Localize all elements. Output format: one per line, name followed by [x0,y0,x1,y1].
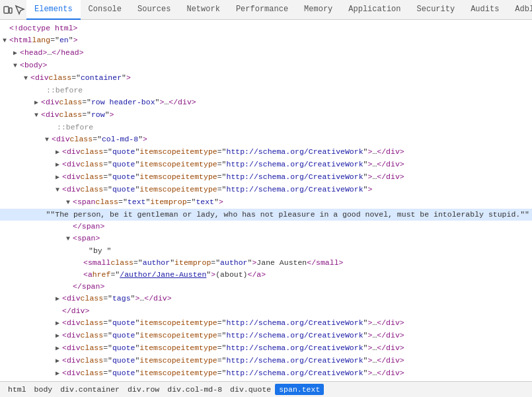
html-line: <div class="quote" itemscope itemtype="h… [0,171,532,184]
html-line-selected: ""The person, be it gentleman or lady, w… [0,209,532,221]
html-line: <div class="quote" itemscope itemtype="h… [0,184,532,196]
html-line: <span class="text" itemprop="text" > [0,196,532,209]
breadcrumb-bar: html body div.container div.row div.col-… [0,381,532,397]
tab-memory[interactable]: Memory [296,0,340,20]
breadcrumb-body[interactable]: body [30,384,57,395]
expand-arrow[interactable] [24,73,30,85]
tab-elements[interactable]: Elements [26,0,81,20]
expand-arrow[interactable] [3,35,9,47]
expand-arrow[interactable] [56,355,62,367]
expand-arrow[interactable] [56,343,62,355]
breadcrumb-quote[interactable]: div.quote [226,384,275,395]
expand-arrow[interactable] [34,110,41,122]
expand-arrow[interactable] [34,97,41,109]
html-line: <div class="quote" itemscope itemtype="h… [0,355,532,367]
tab-network[interactable]: Network [178,0,227,20]
tab-performance[interactable]: Performance [228,0,296,20]
html-line: ::before [0,122,532,133]
tab-application[interactable]: Application [340,0,408,20]
html-line: <div class="quote" itemscope itemtype="h… [0,146,532,159]
expand-arrow[interactable] [56,293,62,305]
html-line: <div class="quote" itemscope itemtype="h… [0,159,532,171]
expand-arrow[interactable] [56,330,62,342]
devtools-tab-bar: Elements Console Sources Network Perform… [0,0,532,20]
elements-panel[interactable]: <!doctype html> <html lang="en" > <head>… [0,20,532,381]
svg-rect-1 [9,8,12,13]
html-line: <div class="tags" >…</div> [0,293,532,305]
html-line: "by " [0,245,532,257]
html-line: <head>…</head> [0,47,532,59]
html-line: ::before [0,85,532,96]
html-line: <div class="row" > [0,109,532,122]
html-line: <a href="/author/Jane-Austen" >(about)</… [0,269,532,281]
html-line: <div class="quote" itemscope itemtype="h… [0,330,532,342]
breadcrumb-span-text[interactable]: span.text [275,384,324,395]
tab-console[interactable]: Console [81,0,130,20]
html-line: <div class="quote" itemscope itemtype="h… [0,367,532,380]
expand-arrow[interactable] [66,233,73,245]
devtools-body: <!doctype html> <html lang="en" > <head>… [0,20,532,381]
expand-arrow[interactable] [56,184,62,196]
html-line: <div class="col-md-8" > [0,133,532,146]
breadcrumb-html[interactable]: html [4,384,30,395]
html-line: </span> [0,281,532,293]
expand-arrow[interactable] [56,368,62,380]
expand-arrow[interactable] [13,60,20,72]
expand-arrow[interactable] [56,172,62,184]
html-line: <!doctype html> [0,22,532,34]
breadcrumb-row[interactable]: div.row [124,384,163,395]
breadcrumb-container[interactable]: div.container [56,384,124,395]
tab-sources[interactable]: Sources [130,0,178,20]
doctype-tag: <!doctype html> [9,22,78,34]
html-line: <span> [0,233,532,245]
expand-arrow[interactable] [45,134,52,146]
html-line: </div> [0,305,532,317]
device-toggle-button[interactable] [3,1,13,18]
expand-arrow[interactable] [66,197,73,209]
html-line: <div class="row header-box" >…</div> [0,96,532,109]
html-line: <small class="author" itemprop="author" … [0,257,532,269]
tab-security[interactable]: Security [409,0,463,20]
tab-adblock[interactable]: Adblock Plus [507,0,532,20]
expand-arrow[interactable] [56,147,62,159]
html-line: <div class="quote" itemscope itemtype="h… [0,317,532,330]
html-open-tag: <html [9,34,32,46]
expand-arrow[interactable] [56,159,62,171]
expand-arrow[interactable] [13,48,20,59]
html-line: <html lang="en" > [0,34,532,47]
tab-audits[interactable]: Audits [463,0,507,20]
html-line: <div class="quote" itemscope itemtype="h… [0,342,532,355]
breadcrumb-col-md-8[interactable]: div.col-md-8 [163,384,226,395]
html-line: <body> [0,59,532,72]
expand-arrow[interactable] [56,318,62,330]
svg-rect-0 [4,7,9,13]
inspect-button[interactable] [15,1,25,18]
html-line: <div class="container" > [0,72,532,85]
html-line: </span> [0,221,532,233]
